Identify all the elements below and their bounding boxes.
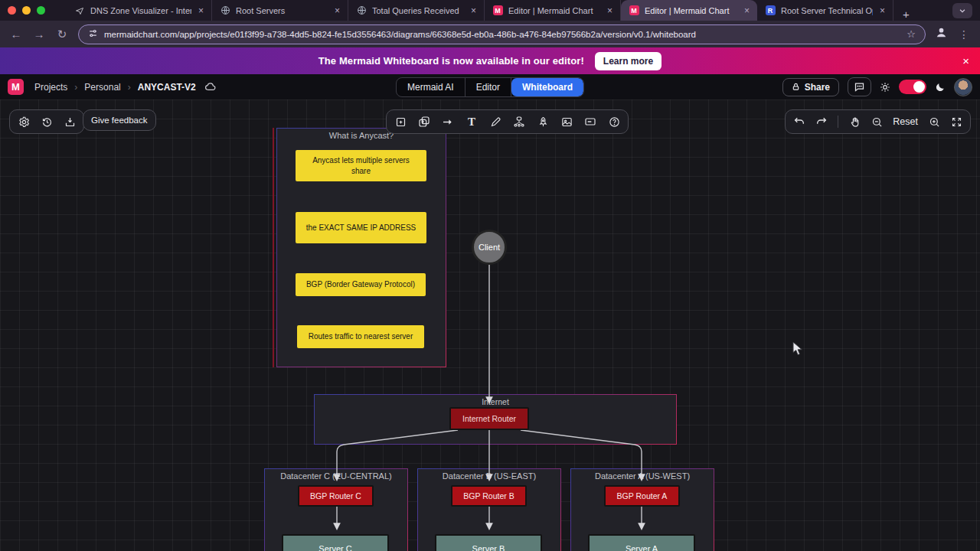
shapes-tool-icon[interactable] xyxy=(418,116,430,128)
app-icon: R xyxy=(765,5,776,16)
toolbar-divider xyxy=(838,116,838,128)
learn-more-button[interactable]: Learn more xyxy=(595,52,662,70)
profile-icon[interactable] xyxy=(935,26,948,42)
frame-title[interactable]: Datacenter C (EU-CENTRAL) xyxy=(265,471,407,481)
close-window-button[interactable] xyxy=(8,6,16,15)
feedback-button[interactable]: Give feedback xyxy=(83,109,156,131)
close-tab-icon[interactable]: × xyxy=(878,5,887,16)
tab-editor-mermaid-active[interactable]: M Editor | Mermaid Chart × xyxy=(621,0,757,21)
fullscreen-icon[interactable] xyxy=(950,116,962,128)
banner-message: The Mermaid Whiteboard is now available … xyxy=(318,55,584,67)
zoom-in-icon[interactable] xyxy=(928,116,940,128)
globe-icon xyxy=(356,5,367,16)
node-server-c[interactable]: Server C xyxy=(282,534,389,551)
redo-icon[interactable] xyxy=(815,116,828,128)
forward-icon[interactable]: → xyxy=(32,28,46,41)
pen-tool-icon[interactable] xyxy=(489,116,501,128)
minimize-window-button[interactable] xyxy=(22,6,31,15)
undo-icon[interactable] xyxy=(793,116,805,128)
mermaid-icon: M xyxy=(629,5,639,16)
arrow-tool-icon[interactable] xyxy=(442,116,454,128)
breadcrumb-projects[interactable]: Projects xyxy=(34,82,67,93)
mouse-cursor xyxy=(792,341,805,357)
tab-dns-zone-visualizer[interactable]: DNS Zone Visualizer - Interac × xyxy=(67,0,212,21)
zoom-out-icon[interactable] xyxy=(871,116,883,128)
breadcrumb-project-name[interactable]: ANYCAST-V2 xyxy=(138,82,196,93)
tab-title: DNS Zone Visualizer - Interac xyxy=(90,6,191,15)
app-header: M Projects › Personal › ANYCAST-V2 Merma… xyxy=(0,74,980,99)
tab-title: Total Queries Received xyxy=(372,6,464,15)
frame-title[interactable]: Datacenter A (US-WEST) xyxy=(571,471,714,481)
maximize-window-button[interactable] xyxy=(37,6,45,15)
tab-editor-mermaid-1[interactable]: M Editor | Mermaid Chart × xyxy=(485,0,621,21)
close-tab-icon[interactable]: × xyxy=(469,5,478,16)
history-icon[interactable] xyxy=(41,116,53,128)
breadcrumb-separator: › xyxy=(74,82,77,93)
reset-zoom-button[interactable]: Reset xyxy=(893,116,918,127)
bookmark-star-icon[interactable]: ☆ xyxy=(906,28,916,40)
new-tab-button[interactable]: + xyxy=(893,8,919,21)
tab-root-servers[interactable]: Root Servers × xyxy=(212,0,348,21)
tab-title: Root Server Technical Opera xyxy=(781,6,873,15)
close-tab-icon[interactable]: × xyxy=(743,5,751,16)
frame-tool-icon[interactable] xyxy=(394,116,407,128)
close-tab-icon[interactable]: × xyxy=(606,5,614,16)
rocket-tool-icon[interactable] xyxy=(537,116,549,128)
cloud-sync-icon xyxy=(204,81,216,93)
reload-icon[interactable]: ↻ xyxy=(55,28,69,41)
feedback-label: Give feedback xyxy=(91,116,148,125)
diagram-tool-icon[interactable] xyxy=(513,116,525,128)
tab-editor[interactable]: Editor xyxy=(466,78,511,96)
browser-tab-bar: DNS Zone Visualizer - Interac × Root Ser… xyxy=(0,0,980,21)
text-tool-icon[interactable]: T xyxy=(466,116,478,128)
header-actions: Share xyxy=(782,77,972,96)
sticky-note[interactable]: the EXACT SAME IP ADDRESS xyxy=(296,212,426,243)
pan-hand-icon[interactable] xyxy=(848,116,861,128)
node-server-b[interactable]: Server B xyxy=(435,534,542,551)
node-bgp-router-c[interactable]: BGP Router C xyxy=(298,485,374,507)
sticky-note[interactable]: BGP (Border Gateway Protocol) xyxy=(296,273,426,296)
tab-title: Root Servers xyxy=(236,6,328,15)
node-client[interactable]: Client xyxy=(472,230,507,265)
settings-gear-icon[interactable] xyxy=(18,116,30,128)
frame-title[interactable]: Internet xyxy=(315,397,676,406)
canvas-settings-toolbar xyxy=(9,109,84,134)
frame-title[interactable]: Datacenter B (US-EAST) xyxy=(418,471,560,481)
mermaid-icon: M xyxy=(492,5,503,16)
tab-total-queries[interactable]: Total Queries Received × xyxy=(348,0,485,21)
sticky-note[interactable]: Routes traffic to nearest server xyxy=(297,325,424,348)
breadcrumb: Projects › Personal › ANYCAST-V2 xyxy=(34,81,216,93)
browser-menu-icon[interactable]: ⋮ xyxy=(957,28,971,41)
help-icon[interactable] xyxy=(608,116,620,128)
sticky-note[interactable]: Anycast lets multiple servers share xyxy=(296,150,426,181)
browser-address-bar: ← → ↻ mermaidchart.com/app/projects/e01f… xyxy=(0,21,980,47)
node-internet-router[interactable]: Internet Router xyxy=(449,407,529,430)
whiteboard-canvas[interactable]: Give feedback T xyxy=(0,99,980,551)
promo-banner: The Mermaid Whiteboard is now available … xyxy=(0,47,980,74)
comments-button[interactable] xyxy=(848,77,871,96)
node-bgp-router-b[interactable]: BGP Router B xyxy=(451,485,527,507)
tab-whiteboard[interactable]: Whiteboard xyxy=(511,78,583,96)
tab-mermaid-ai[interactable]: Mermaid AI xyxy=(397,78,466,96)
embed-tool-icon[interactable] xyxy=(584,116,596,128)
node-server-a[interactable]: Server A xyxy=(588,534,695,551)
site-settings-icon[interactable] xyxy=(88,28,98,41)
tab-search-chevron-button[interactable] xyxy=(952,3,972,18)
export-icon[interactable] xyxy=(64,116,76,128)
back-icon[interactable]: ← xyxy=(9,28,23,41)
user-avatar[interactable] xyxy=(954,78,972,96)
breadcrumb-personal[interactable]: Personal xyxy=(84,82,120,93)
share-button[interactable]: Share xyxy=(782,78,839,96)
frame-edge-accent xyxy=(273,128,274,367)
tab-title: Editor | Mermaid Chart xyxy=(508,6,600,15)
node-bgp-router-a[interactable]: BGP Router A xyxy=(604,485,680,507)
url-field[interactable]: mermaidchart.com/app/projects/e01f3f99-a… xyxy=(78,24,926,44)
mermaid-logo[interactable]: M xyxy=(8,79,24,95)
close-tab-icon[interactable]: × xyxy=(197,5,205,16)
close-tab-icon[interactable]: × xyxy=(333,5,341,16)
tab-root-server-technical[interactable]: R Root Server Technical Opera × xyxy=(757,0,893,21)
theme-toggle[interactable] xyxy=(899,80,926,94)
drone-icon xyxy=(74,5,85,16)
image-tool-icon[interactable] xyxy=(560,116,573,128)
banner-close-icon[interactable]: × xyxy=(958,47,974,74)
